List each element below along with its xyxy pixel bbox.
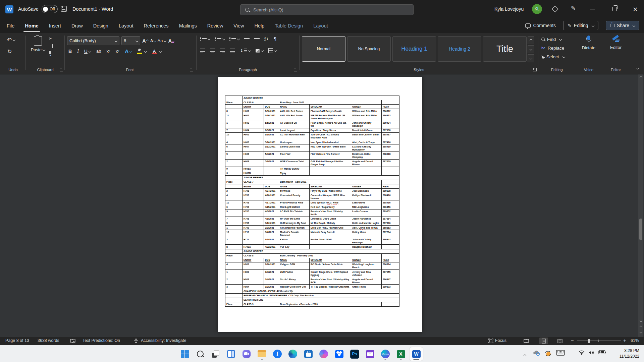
search-input[interactable] [253,7,395,13]
change-case-button[interactable]: Aa [158,38,166,43]
avatar[interactable]: KL [532,4,542,14]
style-title[interactable]: Title [483,36,527,62]
text-effects-button[interactable]: A [125,48,132,54]
styles-gallery-down-button[interactable] [528,45,534,53]
comments-button[interactable]: Comments [525,23,556,28]
coming-soon-icon[interactable]: ✎ [571,5,576,11]
multilevel-list-button[interactable] [229,37,239,41]
word-count[interactable]: 3638 words [38,338,59,343]
tab-table-layout[interactable]: Layout [313,22,329,30]
start-button[interactable] [178,347,192,361]
mail-button[interactable] [363,347,377,361]
dictate-button[interactable]: Dictate [576,36,601,50]
font-family-select[interactable]: Calibri (Body) [67,36,119,45]
accessibility-status[interactable]: Accessibility: Investigate [141,338,186,343]
bullets-button[interactable] [200,37,210,41]
tab-references[interactable]: References [143,22,169,30]
format-painter-icon[interactable] [49,51,51,54]
onedrive-icon[interactable] [533,350,541,356]
focus-button[interactable]: Focus [495,338,506,343]
autosave-toggle[interactable]: Off [42,5,58,13]
word-app-icon[interactable]: W [5,5,13,13]
purple-swirl-app-button[interactable] [317,347,330,361]
style-no-spacing[interactable]: No Spacing [347,36,391,62]
next-page-button[interactable] [639,330,643,335]
proofing-errors-icon[interactable] [70,339,76,343]
justify-button[interactable] [230,49,235,53]
style-normal[interactable]: Normal [302,36,345,62]
style-heading-2[interactable]: Heading 2 [438,36,481,62]
font-color-button[interactable]: A [152,48,157,54]
tab-home[interactable]: Home [24,22,39,30]
styles-gallery-up-button[interactable] [528,36,534,44]
file-explorer-button[interactable] [255,347,269,361]
minimize-button[interactable] [590,9,595,9]
zoom-out-button[interactable]: − [571,338,574,343]
document-page[interactable]: JUNIOR HEIFERSPlaceCLASS 6Born May - Jun… [218,77,422,332]
scroll-thumb[interactable] [639,219,642,240]
gem-icon[interactable] [552,6,558,12]
tab-insert[interactable]: Insert [48,22,62,30]
collapse-ribbon-button[interactable] [637,65,639,71]
facebook-button[interactable]: f [271,347,284,361]
borders-button[interactable] [268,48,276,53]
italic-button[interactable]: I [77,49,79,54]
restore-button[interactable] [612,7,617,11]
align-left-button[interactable] [200,49,205,53]
sort-button[interactable]: AZ↓ [264,37,269,41]
clear-formatting-button[interactable]: A [168,38,172,44]
grow-font-button[interactable]: A [142,38,148,44]
battery-icon[interactable] [598,350,606,355]
tab-file[interactable]: File [6,22,15,30]
chat-button[interactable] [240,347,253,361]
taskbar-search-button[interactable] [194,347,207,361]
redo-icon[interactable]: ↻ [7,48,12,55]
show-hidden-icons-button[interactable] [524,351,526,357]
wifi-icon[interactable] [578,350,585,355]
tab-mailings[interactable]: Mailings [178,22,198,30]
increase-indent-button[interactable] [254,37,260,41]
style-heading-1[interactable]: Heading 1 [392,36,436,62]
bold-button[interactable]: B [68,49,72,54]
align-right-button[interactable] [220,49,225,53]
close-button[interactable]: × [633,5,638,13]
tab-help[interactable]: Help [254,22,265,30]
styles-gallery-more-button[interactable] [528,54,534,62]
paste-icon[interactable] [34,36,42,46]
tab-review[interactable]: Review [207,22,224,30]
sync-pending-icon[interactable] [544,350,552,357]
numbering-button[interactable] [215,37,225,41]
font-size-select[interactable]: 8 [121,36,140,45]
microsoft-store-button[interactable] [302,347,315,361]
widgets-button[interactable] [224,347,238,361]
paragraph-dialog-launcher[interactable] [294,68,297,71]
excel-button[interactable]: X [394,347,408,361]
select-button[interactable]: Select [541,52,565,61]
save-icon[interactable] [61,6,67,12]
line-spacing-button[interactable]: ↕ [240,49,251,53]
replace-button[interactable]: bcReplace [541,44,565,52]
copy-icon[interactable] [49,44,53,48]
editor-button[interactable]: Editor [603,36,629,50]
scroll-down-arrow[interactable] [639,318,643,323]
text-predictions[interactable]: Text Predictions: On [83,338,120,343]
previous-page-button[interactable] [639,324,643,329]
tab-view[interactable]: View [233,22,245,30]
volume-icon[interactable] [588,350,594,355]
word-button[interactable]: W [410,347,423,361]
scroll-up-arrow[interactable] [639,75,643,80]
clock[interactable]: 3:28 PM 11/12/2022 [620,348,639,359]
photoshop-button[interactable]: Ps [348,347,361,361]
zoom-percentage[interactable]: 61% [631,338,639,343]
dropbox-button[interactable] [332,347,346,361]
touch-keyboard-icon[interactable] [556,350,565,356]
undo-icon[interactable]: ↶ [7,36,12,43]
shading-button[interactable] [256,49,263,53]
zoom-slider[interactable] [577,341,621,341]
align-center-button[interactable] [210,49,215,53]
font-dialog-launcher[interactable] [190,68,193,71]
clipboard-dialog-launcher[interactable] [60,68,63,71]
tab-draw[interactable]: Draw [71,22,84,30]
task-view-button[interactable] [209,347,222,361]
print-layout-button[interactable] [539,338,548,344]
